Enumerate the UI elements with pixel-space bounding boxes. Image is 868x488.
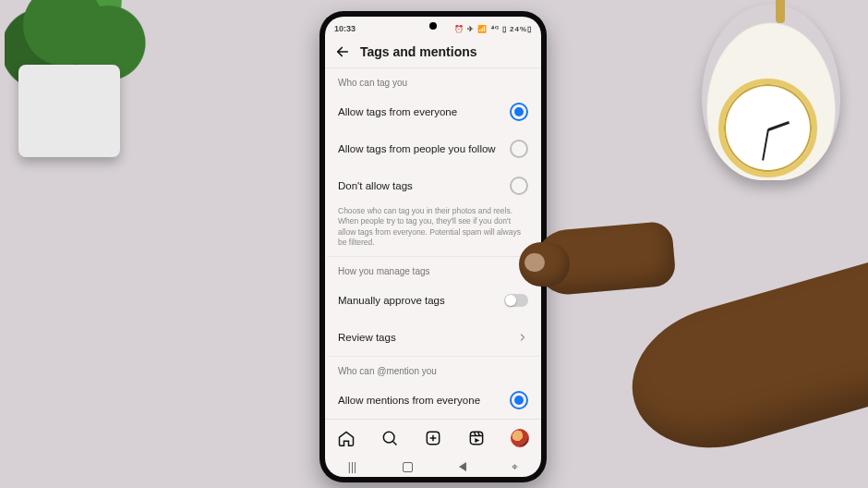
- section-who-can-mention: Who can @mention you: [327, 357, 539, 382]
- option-label: Allow mentions from everyone: [338, 395, 480, 406]
- option-tags-none[interactable]: Don't allow tags: [327, 167, 539, 204]
- svg-rect-5: [470, 432, 482, 444]
- svg-line-1: [393, 442, 397, 445]
- radio-icon[interactable]: [510, 177, 528, 195]
- toggle-switch[interactable]: [504, 294, 528, 307]
- section-who-can-tag: Who can tag you: [327, 68, 539, 93]
- option-mentions-everyone[interactable]: Allow mentions from everyone: [327, 382, 539, 419]
- option-tags-everyone[interactable]: Allow tags from everyone: [327, 93, 539, 130]
- front-camera: [429, 22, 437, 30]
- home-icon[interactable]: [337, 429, 356, 447]
- phone-frame: 10:33 ⏰ ✈ 📶 ⁴ᴳ ▯ 24%▯ Tags and mentions …: [319, 11, 547, 482]
- helper-text-tags: Choose who can tag you in their photos a…: [327, 204, 539, 256]
- option-tags-following[interactable]: Allow tags from people you follow: [327, 130, 539, 167]
- page-title: Tags and mentions: [360, 44, 477, 59]
- section-manage-tags: How you manage tags: [327, 257, 539, 282]
- settings-content: Who can tag you Allow tags from everyone…: [325, 68, 541, 419]
- app-header: Tags and mentions: [325, 38, 541, 68]
- radio-icon[interactable]: [510, 140, 528, 158]
- status-time: 10:33: [334, 24, 356, 33]
- row-manually-approve[interactable]: Manually approve tags: [327, 282, 539, 319]
- create-icon[interactable]: [424, 429, 442, 447]
- search-icon[interactable]: [380, 429, 399, 447]
- back-arrow-icon[interactable]: [334, 43, 351, 60]
- bottom-nav: [325, 419, 541, 457]
- phone-screen: 10:33 ⏰ ✈ 📶 ⁴ᴳ ▯ 24%▯ Tags and mentions …: [325, 17, 541, 477]
- desk-clock: [693, 0, 859, 189]
- system-nav: ||| ⌖: [325, 457, 541, 477]
- status-icons: ⏰ ✈ 📶 ⁴ᴳ ▯ 24%▯: [454, 25, 532, 33]
- radio-icon[interactable]: [510, 103, 528, 121]
- option-label: Don't allow tags: [338, 180, 413, 191]
- reels-icon[interactable]: [467, 429, 486, 447]
- option-label: Allow tags from people you follow: [338, 143, 496, 154]
- row-label: Review tags: [338, 332, 396, 343]
- row-label: Manually approve tags: [338, 295, 445, 306]
- recents-button[interactable]: |||: [348, 460, 356, 473]
- profile-avatar[interactable]: [511, 429, 529, 447]
- option-label: Allow tags from everyone: [338, 106, 457, 117]
- svg-point-0: [384, 432, 395, 443]
- row-review-tags[interactable]: Review tags: [327, 319, 539, 356]
- radio-icon[interactable]: [510, 391, 528, 409]
- svg-marker-6: [475, 438, 479, 443]
- accessibility-button[interactable]: ⌖: [512, 460, 518, 473]
- human-hand: [517, 176, 868, 488]
- desk-plant: [0, 0, 166, 176]
- home-button[interactable]: [403, 462, 413, 472]
- chevron-right-icon: [517, 332, 528, 343]
- back-button[interactable]: [459, 462, 466, 471]
